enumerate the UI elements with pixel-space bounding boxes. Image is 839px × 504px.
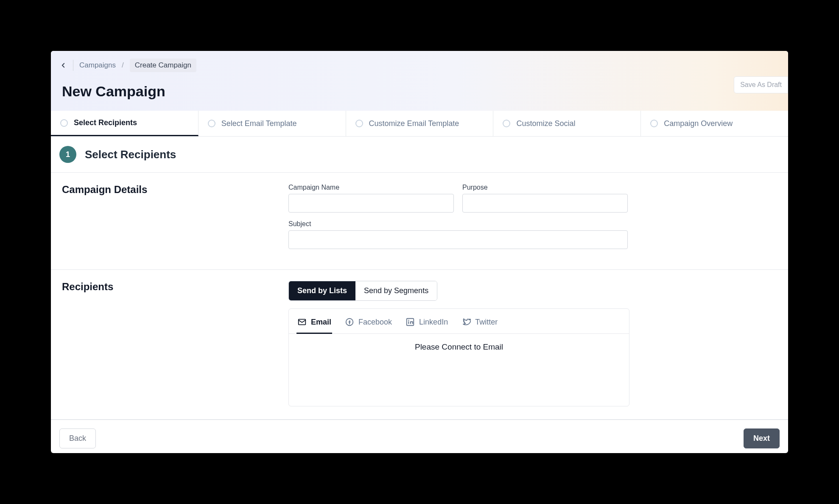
radio-icon xyxy=(650,120,658,127)
radio-icon xyxy=(503,120,510,127)
breadcrumb-separator: / xyxy=(122,61,124,70)
channel-label: Twitter xyxy=(475,318,498,327)
footer: Back Next xyxy=(51,420,788,453)
campaign-name-input[interactable] xyxy=(288,194,454,213)
breadcrumb: Campaigns / Create Campaign xyxy=(59,59,780,72)
step-label: Select Recipients xyxy=(74,118,137,127)
step-tab-select-email-template[interactable]: Select Email Template xyxy=(199,111,346,136)
channel-tab-facebook[interactable]: Facebook xyxy=(344,314,393,334)
channel-label: LinkedIn xyxy=(419,318,448,327)
step-title: Select Recipients xyxy=(85,148,176,161)
channel-empty-message: Please Connect to Email xyxy=(289,334,629,406)
step-label: Customize Social xyxy=(516,119,575,128)
channel-tab-twitter[interactable]: Twitter xyxy=(461,314,498,334)
mail-icon xyxy=(297,317,307,327)
step-tab-customize-social[interactable]: Customize Social xyxy=(493,111,641,136)
facebook-icon xyxy=(345,317,354,327)
send-by-segments-button[interactable]: Send by Segments xyxy=(355,281,437,300)
channel-tab-linkedin[interactable]: LinkedIn xyxy=(405,314,449,334)
step-label: Campaign Overview xyxy=(664,119,733,128)
step-number-badge: 1 xyxy=(59,146,76,163)
channel-label: Facebook xyxy=(358,318,392,327)
linkedin-icon xyxy=(406,317,415,327)
field-label: Purpose xyxy=(462,184,628,191)
step-tab-select-recipients[interactable]: Select Recipients xyxy=(51,111,199,136)
radio-icon xyxy=(60,119,68,127)
section-title: Campaign Details xyxy=(59,184,288,257)
section-recipients: Recipients Send by Lists Send by Segment… xyxy=(51,270,788,420)
breadcrumb-current[interactable]: Create Campaign xyxy=(130,59,196,72)
section-title: Recipients xyxy=(59,281,288,406)
channel-label: Email xyxy=(311,318,331,327)
svg-point-4 xyxy=(408,320,409,321)
channel-tab-email[interactable]: Email xyxy=(296,314,332,334)
app-frame: Campaigns / Create Campaign New Campaign… xyxy=(51,51,788,453)
radio-icon xyxy=(208,120,215,127)
svg-rect-3 xyxy=(408,321,409,324)
field-purpose: Purpose xyxy=(462,184,628,213)
stepper: Select Recipients Select Email Template … xyxy=(51,111,788,137)
step-tab-customize-email-template[interactable]: Customize Email Template xyxy=(346,111,494,136)
back-icon[interactable] xyxy=(59,62,67,69)
subject-input[interactable] xyxy=(288,230,628,249)
section-body: Campaign Name Purpose Subject xyxy=(288,184,780,257)
twitter-icon xyxy=(461,317,471,327)
field-label: Subject xyxy=(288,220,628,228)
page-title: New Campaign xyxy=(59,83,780,100)
step-label: Select Email Template xyxy=(221,119,297,128)
send-by-lists-button[interactable]: Send by Lists xyxy=(289,281,355,300)
field-subject: Subject xyxy=(288,220,628,249)
breadcrumb-parent[interactable]: Campaigns xyxy=(79,61,116,70)
channel-tabs: Email Facebook LinkedIn Twitter xyxy=(289,309,629,334)
step-label: Customize Email Template xyxy=(369,119,459,128)
next-button[interactable]: Next xyxy=(744,428,780,448)
field-campaign-name: Campaign Name xyxy=(288,184,454,213)
radio-icon xyxy=(355,120,363,127)
purpose-input[interactable] xyxy=(462,194,628,213)
channel-box: Email Facebook LinkedIn Twitter xyxy=(288,308,629,406)
section-body: Send by Lists Send by Segments Email Fac… xyxy=(288,281,780,406)
step-heading: 1 Select Recipients xyxy=(51,137,788,173)
page-header: Campaigns / Create Campaign New Campaign… xyxy=(51,51,788,111)
save-as-draft-button[interactable]: Save As Draft xyxy=(734,76,788,93)
step-tab-campaign-overview[interactable]: Campaign Overview xyxy=(641,111,788,136)
field-label: Campaign Name xyxy=(288,184,454,191)
back-button[interactable]: Back xyxy=(59,428,96,448)
section-campaign-details: Campaign Details Campaign Name Purpose S… xyxy=(51,173,788,270)
send-by-toggle: Send by Lists Send by Segments xyxy=(288,281,437,301)
divider xyxy=(73,60,73,71)
